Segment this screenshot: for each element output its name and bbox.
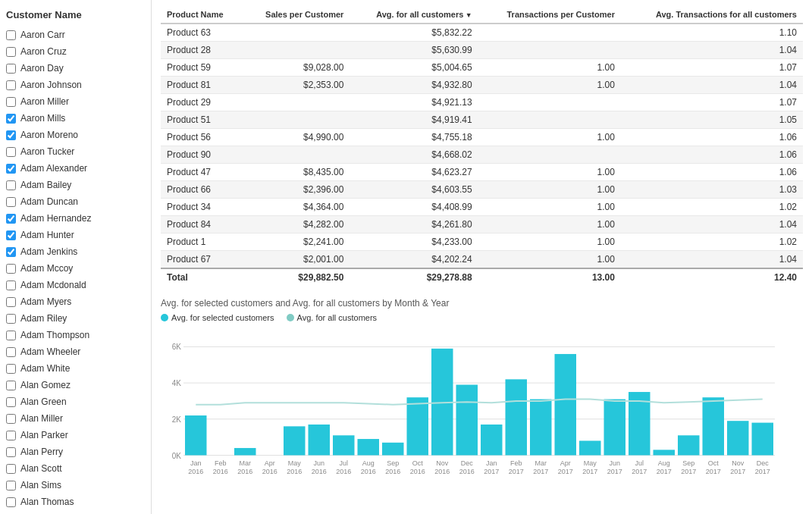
customer-label: Adam Duncan [20,195,78,208]
customer-label: Aaron Day [20,61,64,75]
customer-item[interactable]: Adam Thompson [0,327,151,343]
customer-checkbox[interactable] [6,331,16,340]
table-cell: Product 67 [161,251,243,269]
customer-checkbox[interactable] [6,397,16,407]
table-cell: $5,004.65 [350,59,478,77]
col-header-3: Transactions per Customer [478,6,621,24]
customer-item[interactable]: Alan Green [0,393,151,410]
customer-checkbox[interactable] [6,164,16,174]
customer-label: Adam Mcdonald [20,278,86,292]
customer-item[interactable]: Aaron Cruz [0,43,151,60]
customer-item[interactable]: Alan Perry [0,443,151,460]
svg-text:May: May [584,459,597,467]
customer-checkbox[interactable] [6,264,16,274]
svg-text:Apr: Apr [560,459,571,467]
customer-checkbox[interactable] [6,297,16,307]
svg-text:2017: 2017 [755,468,770,475]
customer-checkbox[interactable] [6,381,16,390]
customer-checkbox[interactable] [6,214,16,224]
customer-item[interactable]: Alan Parker [0,427,151,443]
svg-text:Dec: Dec [461,459,474,467]
customer-checkbox[interactable] [6,281,16,290]
table-cell: $2,353.00 [243,77,350,94]
total-cell: 12.40 [621,268,803,286]
customer-checkbox[interactable] [6,247,16,257]
customer-item[interactable]: Aaron Tucker [0,143,151,160]
customer-item[interactable]: Aaron Johnson [0,77,151,93]
sort-arrow: ▼ [463,11,472,19]
customer-checkbox[interactable] [6,431,16,440]
svg-rect-28 [727,421,749,455]
customer-item[interactable]: Alan Miller [0,410,151,427]
customer-item[interactable]: Adam Riley [0,310,151,327]
customer-item[interactable]: Alan Gomez [0,377,151,393]
customer-item[interactable]: Aaron Moreno [0,127,151,143]
customer-item[interactable]: Albert Cunningham [0,510,151,514]
customer-checkbox[interactable] [6,464,16,474]
svg-text:2017: 2017 [484,468,499,475]
svg-text:Feb: Feb [510,459,522,467]
customer-item[interactable]: Adam Jenkins [0,243,151,260]
table-row: Product 66$2,396.00$4,603.551.001.03 [161,181,803,199]
customer-checkbox[interactable] [6,80,16,90]
table-cell: 1.04 [621,42,803,59]
customer-checkbox[interactable] [6,30,16,40]
table-cell: 1.03 [621,181,803,199]
customer-label: Adam Wheeler [20,345,80,359]
customer-item[interactable]: Alan Thomas [0,494,151,510]
customer-checkbox[interactable] [6,447,16,457]
table-cell [478,24,621,42]
table-row: Product 28$5,630.991.04 [161,42,803,59]
customer-item[interactable]: Adam White [0,360,151,377]
table-cell: $2,001.00 [243,251,350,269]
customer-checkbox[interactable] [6,114,16,124]
table-cell: 1.02 [621,199,803,216]
customer-checkbox[interactable] [6,130,16,140]
customer-item[interactable]: Alan Sims [0,477,151,494]
customer-checkbox[interactable] [6,497,16,507]
customer-item[interactable]: Aaron Mills [0,110,151,127]
chart-title: Avg. for selected customers and Avg. for… [161,298,803,309]
customer-checkbox[interactable] [6,64,16,74]
customer-item[interactable]: Adam Duncan [0,193,151,210]
col-header-2[interactable]: Avg. for all customers ▼ [350,6,478,24]
customer-checkbox[interactable] [6,230,16,240]
svg-rect-22 [579,440,601,455]
customer-label: Aaron Miller [20,95,69,108]
svg-text:Oct: Oct [412,459,424,467]
customer-checkbox[interactable] [6,414,16,424]
customer-item[interactable]: Alan Scott [0,460,151,477]
svg-rect-8 [185,415,207,455]
customer-item[interactable]: Aaron Carr [0,27,151,43]
customer-item[interactable]: Aaron Miller [0,93,151,110]
table-row: Product 63$5,832.221.10 [161,24,803,42]
customer-label: Adam White [20,362,70,375]
customer-checkbox[interactable] [6,47,16,57]
table-cell: $4,408.99 [350,199,478,216]
customer-item[interactable]: Adam Hunter [0,227,151,243]
table-cell: 1.06 [621,129,803,146]
customer-item[interactable]: Adam Mccoy [0,260,151,277]
customer-item[interactable]: Adam Bailey [0,177,151,193]
customer-checkbox[interactable] [6,481,16,490]
customer-item[interactable]: Adam Wheeler [0,343,151,360]
customer-checkbox[interactable] [6,147,16,157]
svg-rect-29 [752,423,774,456]
customer-checkbox[interactable] [6,197,16,207]
customer-checkbox[interactable] [6,180,16,190]
table-cell: Product 34 [161,199,243,216]
table-body: Product 63$5,832.221.10Product 28$5,630.… [161,24,803,286]
svg-rect-19 [506,379,528,455]
customer-checkbox[interactable] [6,347,16,357]
total-cell: Total [161,268,243,286]
chart-legend: Avg. for selected customers Avg. for all… [161,313,803,322]
customer-checkbox[interactable] [6,364,16,374]
customer-item[interactable]: Adam Alexander [0,160,151,177]
svg-rect-11 [309,425,331,456]
customer-item[interactable]: Adam Mcdonald [0,277,151,293]
customer-item[interactable]: Adam Myers [0,293,151,310]
customer-checkbox[interactable] [6,97,16,107]
customer-item[interactable]: Adam Hernandez [0,210,151,227]
customer-item[interactable]: Aaron Day [0,60,151,77]
customer-checkbox[interactable] [6,314,16,324]
